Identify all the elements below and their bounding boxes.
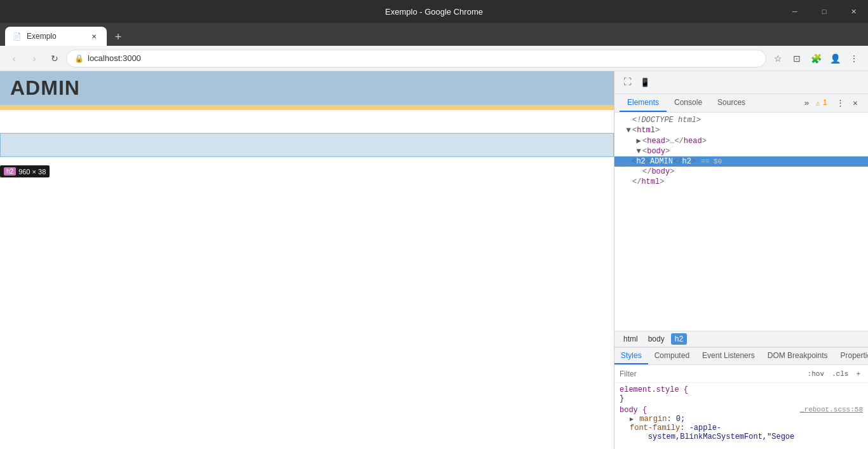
security-icon: 🔒: [74, 54, 84, 63]
chrome-window: Exemplo - Google Chrome ─ □ ✕ 📄 Exemplo …: [0, 0, 868, 449]
head-tag: head: [647, 137, 665, 146]
breadcrumb-h2[interactable]: h2: [671, 333, 687, 345]
device-toolbar-button[interactable]: 📱: [637, 75, 653, 90]
warning-icon: ⚠: [816, 99, 820, 108]
tab-console[interactable]: Console: [667, 94, 710, 112]
tab-styles[interactable]: Styles: [614, 348, 648, 364]
dom-html-close[interactable]: </html>: [614, 177, 868, 187]
dom-h2[interactable]: … <h2>ADMIN</h2> == $0: [614, 156, 868, 167]
filter-hov-button[interactable]: :hov: [805, 370, 827, 378]
devtools-breadcrumb: html body h2: [614, 331, 868, 347]
dollar-zero: == $0: [701, 158, 722, 165]
main-area: ADMIN h2 960 × 38 ⛶ 📱 Elements Console: [0, 71, 868, 449]
profile-button[interactable]: 👤: [826, 50, 844, 67]
body-tag: body: [647, 147, 665, 156]
styles-filter-input[interactable]: [620, 370, 803, 378]
styles-tabs: Styles Computed Event Listeners DOM Brea…: [614, 348, 868, 365]
tab-favicon: 📄: [13, 32, 22, 41]
h2-open-tag: h2: [636, 157, 645, 166]
menu-button[interactable]: ⋮: [845, 50, 863, 67]
html-tag: html: [637, 126, 655, 135]
tab-computed[interactable]: Computed: [648, 348, 696, 364]
window-title: Exemplo - Google Chrome: [385, 7, 483, 17]
margin-property-name: margin: [639, 415, 667, 424]
styles-content: element.style { } _reboot.scss:58 body {…: [614, 383, 868, 449]
address-actions: ☆ ⊡ 🧩 👤 ⋮: [769, 50, 863, 67]
tooltip-dimensions: 960 × 38: [18, 168, 46, 176]
bookmark-button[interactable]: ☆: [769, 50, 787, 67]
devtools-panel: ⛶ 📱 Elements Console Sources » ⚠ 1 ⋮ ✕: [614, 71, 868, 449]
tab-bar: 📄 Exemplo ✕ +: [0, 23, 868, 46]
dom-body-close[interactable]: </body>: [614, 167, 868, 177]
warning-badge[interactable]: ⚠ 1: [813, 99, 830, 108]
devtools-toolbar: ⛶ 📱: [614, 71, 868, 94]
filter-actions: :hov .cls +: [805, 370, 863, 378]
forward-button[interactable]: ›: [25, 50, 43, 67]
tab-properties[interactable]: Properties: [834, 348, 868, 364]
css-margin-property: ▶ margin: 0;: [620, 415, 863, 424]
zoom-button[interactable]: ⊡: [788, 50, 806, 67]
doctype-text: <!DOCTYPE html>: [632, 116, 701, 125]
toggle-head[interactable]: ▶: [635, 136, 642, 146]
ellipsis: …: [625, 157, 629, 166]
new-tab-button[interactable]: +: [109, 28, 127, 46]
dom-body-open[interactable]: ▼ <body>: [614, 146, 868, 156]
settings-button[interactable]: ⋮: [832, 95, 848, 111]
warning-count: 1: [823, 99, 827, 107]
element-highlight: [0, 133, 614, 157]
minimize-button[interactable]: ─: [780, 0, 810, 23]
element-style-selector: element.style {: [620, 385, 688, 394]
breadcrumb-body[interactable]: body: [644, 333, 668, 345]
refresh-button[interactable]: ↻: [46, 50, 64, 67]
extensions-button[interactable]: 🧩: [807, 50, 825, 67]
maximize-button[interactable]: □: [810, 0, 839, 23]
tab-sources[interactable]: Sources: [710, 94, 753, 112]
back-button[interactable]: ‹: [5, 50, 23, 67]
tab-event-listeners[interactable]: Event Listeners: [696, 348, 761, 364]
tab-close-button[interactable]: ✕: [89, 31, 99, 41]
more-tabs-button[interactable]: »: [801, 95, 813, 112]
css-font-family-property: font-family: -apple- system,BlinkMacSyst…: [620, 424, 863, 441]
page-header: ADMIN: [0, 71, 614, 105]
filter-cls-button[interactable]: .cls: [829, 370, 851, 378]
toggle-body[interactable]: ▼: [635, 147, 642, 156]
element-tooltip: h2 960 × 38: [0, 165, 50, 177]
tab-elements[interactable]: Elements: [620, 94, 667, 112]
h2-close-tag: h2: [682, 157, 691, 166]
url-bar[interactable]: 🔒 localhost:3000: [66, 50, 766, 67]
body-style-block: _reboot.scss:58 body { ▶ margin: 0; font…: [620, 406, 863, 441]
dom-html[interactable]: ▼ <html>: [614, 125, 868, 135]
title-bar-controls: ─ □ ✕: [780, 0, 868, 23]
tooltip-tag: h2: [4, 167, 16, 176]
yellow-bar: [0, 105, 614, 110]
element-style-block: element.style { }: [620, 385, 863, 403]
page-title: ADMIN: [10, 76, 604, 100]
styles-panel: Styles Computed Event Listeners DOM Brea…: [614, 347, 868, 449]
body-selector: body {: [620, 406, 647, 415]
browser-viewport: ADMIN h2 960 × 38: [0, 71, 614, 449]
triangle-icon: ▶: [630, 415, 635, 423]
tab-label: Exemplo: [27, 32, 57, 41]
css-source-link[interactable]: _reboot.scss:58: [800, 406, 863, 413]
close-devtools-button[interactable]: ✕: [848, 95, 863, 111]
browser-tab[interactable]: 📄 Exemplo ✕: [5, 27, 107, 46]
address-bar: ‹ › ↻ 🔒 localhost:3000 ☆ ⊡ 🧩 👤 ⋮: [0, 46, 868, 71]
tab-dom-breakpoints[interactable]: DOM Breakpoints: [761, 348, 834, 364]
toggle-html[interactable]: ▼: [625, 126, 632, 135]
styles-filter-bar: :hov .cls +: [614, 365, 868, 383]
close-button[interactable]: ✕: [839, 0, 868, 23]
title-bar: Exemplo - Google Chrome ─ □ ✕: [0, 0, 868, 23]
inspect-element-button[interactable]: ⛶: [620, 75, 635, 90]
devtools-tabs: Elements Console Sources » ⚠ 1 ⋮ ✕: [614, 94, 868, 113]
dom-tree[interactable]: <!DOCTYPE html> ▼ <html> ▶ <head>…</head…: [614, 113, 868, 331]
margin-value: 0;: [676, 415, 685, 424]
url-text: localhost:3000: [88, 53, 141, 63]
font-family-name: font-family: [630, 424, 680, 432]
breadcrumb-html[interactable]: html: [620, 333, 642, 345]
filter-add-button[interactable]: +: [853, 370, 863, 378]
h2-content: ADMIN: [650, 157, 673, 166]
dom-doctype[interactable]: <!DOCTYPE html>: [614, 115, 868, 125]
dom-head[interactable]: ▶ <head>…</head>: [614, 135, 868, 146]
